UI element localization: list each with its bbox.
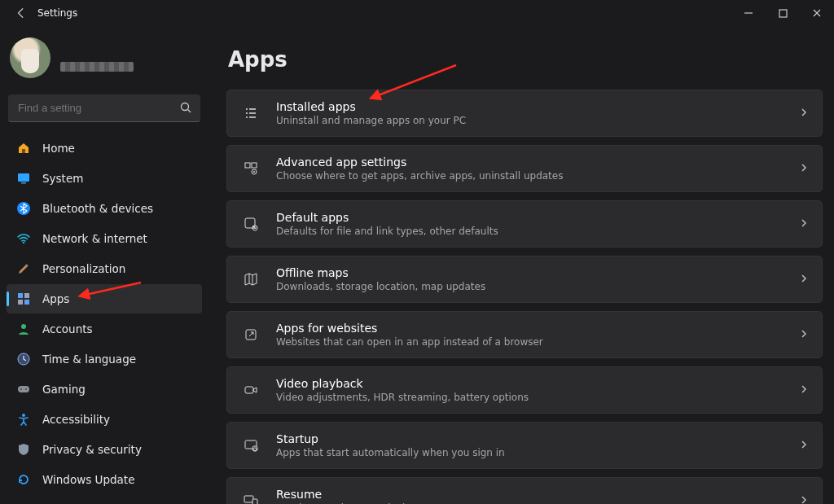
search-input[interactable] — [8, 94, 200, 122]
card-video-playback[interactable]: Video playback Video adjustments, HDR st… — [226, 366, 823, 414]
sidebar-item-gaming[interactable]: Gaming — [7, 375, 202, 404]
sidebar-item-accessibility[interactable]: Accessibility — [7, 405, 202, 434]
minimize-button[interactable] — [731, 2, 766, 24]
list-icon — [240, 105, 261, 121]
card-title: Installed apps — [276, 100, 799, 113]
window-title: Settings — [37, 7, 77, 19]
avatar — [10, 37, 50, 78]
home-icon — [16, 141, 31, 156]
gaming-icon — [16, 382, 31, 397]
sidebar-item-accounts[interactable]: Accounts — [7, 314, 202, 344]
svg-point-8 — [23, 242, 24, 243]
sidebar-item-time-language[interactable]: Time & language — [7, 344, 202, 374]
chevron-right-icon — [799, 440, 809, 452]
startup-icon — [240, 437, 261, 454]
profile-block[interactable] — [7, 33, 202, 88]
sidebar-item-label: Time & language — [42, 353, 136, 366]
svg-point-17 — [20, 388, 22, 390]
bluetooth-icon — [16, 201, 31, 216]
svg-rect-6 — [21, 182, 26, 184]
apps-gear-icon — [240, 160, 261, 177]
apps-icon — [16, 291, 31, 306]
card-subtitle: Defaults for file and link types, other … — [276, 226, 799, 237]
accessibility-icon — [16, 412, 31, 427]
svg-rect-9 — [18, 293, 23, 298]
svg-rect-21 — [252, 163, 257, 168]
card-title: Startup — [276, 432, 799, 445]
card-default-apps[interactable]: Default apps Defaults for file and link … — [226, 200, 823, 248]
sidebar-item-apps[interactable]: Apps — [7, 284, 202, 313]
video-icon — [240, 382, 261, 398]
back-button[interactable] — [10, 2, 33, 24]
sidebar-item-home[interactable]: Home — [7, 134, 202, 163]
brush-icon — [16, 261, 31, 276]
sidebar-item-label: Privacy & security — [42, 443, 142, 456]
wifi-icon — [16, 231, 31, 246]
sidebar-item-label: Gaming — [42, 383, 86, 396]
svg-point-2 — [182, 103, 189, 111]
sidebar: Home System Bluetooth & devices Network … — [0, 26, 208, 504]
svg-rect-10 — [24, 293, 29, 298]
chevron-right-icon — [799, 163, 809, 175]
sidebar-item-network[interactable]: Network & internet — [7, 224, 202, 253]
card-installed-apps[interactable]: Installed apps Uninstall and manage apps… — [226, 90, 823, 137]
sidebar-item-personalization[interactable]: Personalization — [7, 254, 202, 283]
svg-rect-16 — [18, 386, 29, 392]
svg-rect-11 — [18, 300, 23, 305]
svg-line-3 — [188, 110, 191, 113]
sidebar-nav: Home System Bluetooth & devices Network … — [7, 134, 202, 494]
svg-point-23 — [253, 171, 255, 173]
profile-name — [60, 45, 134, 57]
sidebar-item-label: Bluetooth & devices — [42, 202, 153, 215]
card-advanced-app-settings[interactable]: Advanced app settings Choose where to ge… — [226, 145, 823, 192]
svg-rect-30 — [244, 496, 253, 502]
chevron-right-icon — [799, 218, 809, 230]
sidebar-item-label: Personalization — [42, 262, 125, 275]
shield-icon — [16, 442, 31, 457]
sidebar-item-label: Windows Update — [42, 473, 134, 486]
chevron-right-icon — [799, 274, 809, 286]
card-offline-maps[interactable]: Offline maps Downloads, storage location… — [226, 256, 823, 303]
card-subtitle: Uninstall and manage apps on your PC — [276, 115, 799, 126]
profile-email-redacted — [60, 62, 134, 72]
search-icon — [179, 101, 192, 116]
card-title: Offline maps — [276, 266, 799, 279]
svg-rect-20 — [245, 163, 250, 168]
chevron-right-icon — [799, 384, 809, 397]
sidebar-item-bluetooth[interactable]: Bluetooth & devices — [7, 194, 202, 223]
maximize-button[interactable] — [766, 2, 800, 24]
sidebar-item-label: System — [42, 172, 83, 185]
svg-rect-12 — [24, 300, 29, 305]
card-title: Apps for websites — [276, 322, 799, 335]
sidebar-item-label: Accounts — [42, 322, 93, 335]
card-subtitle: Choose where to get apps, archive apps, … — [276, 170, 799, 182]
svg-rect-27 — [245, 387, 253, 393]
card-title: Default apps — [276, 211, 799, 224]
main-content: Apps Installed apps Uninstall and manage… — [208, 26, 834, 504]
card-startup[interactable]: Startup Apps that start automatically wh… — [226, 422, 823, 469]
card-resume[interactable]: Resume Continue work across devices — [226, 477, 823, 504]
update-icon — [16, 472, 31, 487]
system-icon — [16, 171, 31, 186]
card-subtitle: Video adjustments, HDR streaming, batter… — [276, 392, 799, 403]
chevron-right-icon — [799, 495, 809, 505]
card-subtitle: Websites that can open in an app instead… — [276, 336, 799, 348]
sidebar-item-system[interactable]: System — [7, 164, 202, 193]
svg-rect-1 — [779, 10, 787, 17]
card-title: Advanced app settings — [276, 156, 799, 169]
search-box[interactable] — [8, 94, 200, 122]
card-apps-for-websites[interactable]: Apps for websites Websites that can open… — [226, 311, 823, 358]
accounts-icon — [16, 322, 31, 336]
chevron-right-icon — [799, 329, 809, 341]
sidebar-item-label: Home — [42, 142, 75, 155]
titlebar: Settings — [0, 0, 834, 26]
sidebar-item-label: Network & internet — [42, 232, 147, 245]
close-button[interactable] — [800, 2, 834, 24]
sidebar-item-windows-update[interactable]: Windows Update — [7, 465, 202, 494]
svg-rect-4 — [22, 149, 25, 153]
svg-point-13 — [21, 324, 26, 329]
open-external-icon — [240, 327, 261, 343]
sidebar-item-privacy[interactable]: Privacy & security — [7, 435, 202, 464]
svg-rect-31 — [252, 499, 257, 504]
sidebar-item-label: Apps — [42, 292, 69, 305]
